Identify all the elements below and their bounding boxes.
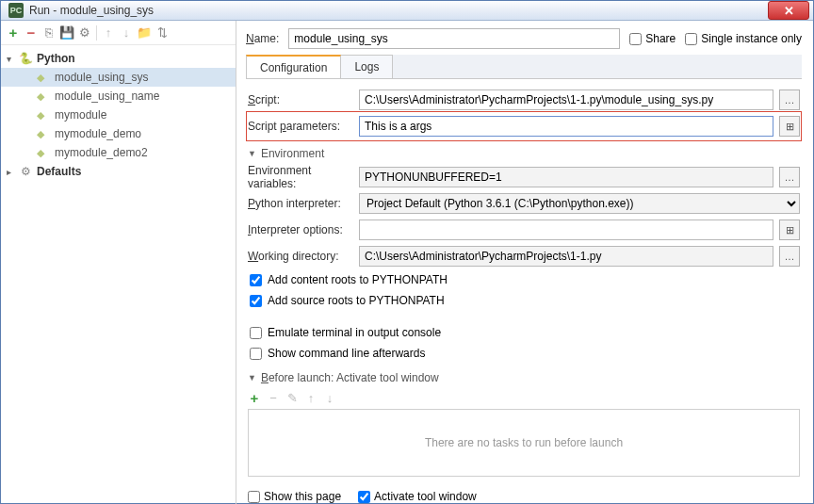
before-launch-toolbar: + − ✎ ↑ ↓ — [248, 388, 800, 407]
workdir-input[interactable] — [359, 246, 773, 267]
add-config-icon[interactable]: + — [7, 26, 20, 40]
sort-icon[interactable]: ⇅ — [155, 26, 169, 40]
tree-item-label: module_using_name — [55, 89, 159, 103]
tree-item-mymodule[interactable]: ◆ mymodule — [1, 106, 236, 124]
sidebar-toolbar: + − ⎘ 💾 ⚙ ↑ ↓ 📁 ⇅ — [1, 21, 236, 45]
tree-item-mymodule-demo2[interactable]: ◆ mymodule_demo2 — [1, 143, 236, 162]
add-content-roots-row[interactable]: Add content roots to PYTHONPATH — [248, 269, 800, 290]
copy-config-icon[interactable]: ⎘ — [42, 26, 56, 40]
activate-tool-window-label: Activate tool window — [374, 490, 477, 503]
tree-item-label: mymodule_demo — [55, 127, 141, 140]
env-vars-row: Environment variables: … — [248, 164, 800, 190]
move-up-icon[interactable]: ↑ — [102, 26, 115, 40]
python-file-icon: ◆ — [37, 109, 50, 121]
python-file-icon: ◆ — [37, 147, 50, 158]
environment-header[interactable]: ▼ Environment — [248, 147, 800, 160]
name-input[interactable] — [288, 28, 620, 49]
show-this-page-checkbox[interactable] — [248, 491, 260, 503]
python-file-icon: ◆ — [37, 72, 50, 83]
edit-env-vars-button[interactable]: … — [779, 167, 800, 187]
name-row: Name: Share Single instance only — [246, 26, 802, 51]
activate-tool-window-checkbox[interactable] — [358, 491, 370, 503]
add-task-icon[interactable]: + — [248, 391, 261, 404]
before-launch-header-label: Before launch: Activate tool window — [261, 371, 439, 384]
app-icon: PC — [8, 3, 24, 18]
expand-params-button[interactable]: ⊞ — [779, 116, 800, 137]
workdir-row: Working directory: … — [248, 243, 800, 269]
python-file-icon: ◆ — [37, 128, 50, 139]
chevron-down-icon: ▾ — [7, 54, 18, 64]
before-launch-section: ▼ Before launch: Activate tool window + … — [248, 371, 800, 504]
tasks-empty-text: There are no tasks to run before launch — [425, 436, 623, 449]
browse-script-button[interactable]: … — [779, 89, 800, 110]
edit-task-icon[interactable]: ✎ — [285, 391, 299, 404]
env-vars-input[interactable] — [359, 167, 773, 187]
share-checkbox[interactable] — [629, 33, 642, 45]
move-task-up-icon[interactable]: ↑ — [304, 391, 317, 404]
add-source-roots-label: Add source roots to PYTHONPATH — [268, 294, 445, 307]
titlebar: PC Run - module_using_sys ✕ — [1, 1, 813, 21]
interpreter-row: Python interpreter: Project Default (Pyt… — [248, 190, 800, 217]
tree-node-defaults[interactable]: ▸ ⚙ Defaults — [1, 162, 236, 181]
tree-item-mymodule-demo[interactable]: ◆ mymodule_demo — [1, 124, 236, 143]
script-params-input[interactable] — [359, 116, 773, 137]
tabs-bar: Configuration Logs — [246, 55, 802, 79]
move-down-icon[interactable]: ↓ — [120, 26, 133, 40]
script-input[interactable] — [359, 89, 773, 110]
right-pane: Name: Share Single instance only Configu… — [236, 21, 813, 504]
env-vars-label: Environment variables: — [248, 164, 353, 190]
add-source-roots-checkbox[interactable] — [250, 295, 262, 307]
interp-opts-row: Interpreter options: ⊞ — [248, 217, 800, 243]
chevron-right-icon: ▸ — [7, 167, 18, 177]
show-cmd-after-row[interactable]: Show command line afterwards — [248, 343, 800, 364]
add-content-roots-label: Add content roots to PYTHONPATH — [268, 273, 448, 286]
interpreter-select[interactable]: Project Default (Python 3.6.1 (C:\Python… — [359, 193, 800, 214]
show-row: Show this page Activate tool window — [248, 484, 800, 504]
folder-icon[interactable]: 📁 — [138, 26, 151, 40]
content: + − ⎘ 💾 ⚙ ↑ ↓ 📁 ⇅ ▾ 🐍 Python — [1, 21, 813, 504]
move-task-down-icon[interactable]: ↓ — [323, 391, 336, 404]
sidebar: + − ⎘ 💾 ⚙ ↑ ↓ 📁 ⇅ ▾ 🐍 Python — [1, 21, 236, 504]
tree-node-python[interactable]: ▾ 🐍 Python — [1, 49, 236, 68]
tab-configuration[interactable]: Configuration — [246, 55, 341, 78]
tree-item-module-using-name[interactable]: ◆ module_using_name — [1, 87, 236, 106]
add-source-roots-row[interactable]: Add source roots to PYTHONPATH — [248, 290, 800, 311]
script-label: Script: — [248, 93, 353, 106]
emulate-terminal-row[interactable]: Emulate terminal in output console — [248, 322, 800, 343]
tree-item-module-using-sys[interactable]: ◆ module_using_sys — [1, 68, 236, 87]
share-checkbox-wrap[interactable]: Share — [629, 32, 676, 45]
window-close-button[interactable]: ✕ — [768, 1, 809, 20]
share-label: Share — [645, 32, 676, 45]
show-cmd-after-label: Show command line afterwards — [268, 347, 425, 360]
gear-icon: ⚙ — [18, 165, 33, 178]
tree-item-label: module_using_sys — [55, 71, 148, 84]
environment-header-label: Environment — [261, 147, 324, 160]
remove-task-icon[interactable]: − — [267, 391, 280, 404]
browse-workdir-button[interactable]: … — [779, 246, 800, 267]
tree-item-label: mymodule_demo2 — [55, 146, 148, 159]
python-file-icon: ◆ — [37, 90, 50, 102]
name-label: Name: — [246, 32, 279, 45]
activate-tool-window-wrap[interactable]: Activate tool window — [358, 490, 477, 503]
emulate-terminal-checkbox[interactable] — [250, 327, 262, 339]
remove-config-icon[interactable]: − — [24, 26, 38, 40]
single-instance-wrap[interactable]: Single instance only — [685, 32, 802, 45]
expand-interp-opts-button[interactable]: ⊞ — [779, 219, 800, 240]
interp-opts-label: Interpreter options: — [248, 223, 353, 236]
single-instance-label: Single instance only — [701, 32, 802, 45]
show-this-page-wrap[interactable]: Show this page — [248, 490, 341, 503]
chevron-down-icon: ▼ — [248, 373, 256, 382]
settings-icon[interactable]: ⚙ — [78, 26, 91, 40]
show-cmd-after-checkbox[interactable] — [250, 348, 262, 360]
show-this-page-label: Show this page — [264, 490, 341, 503]
add-content-roots-checkbox[interactable] — [250, 274, 262, 286]
interp-opts-input[interactable] — [359, 219, 773, 240]
script-params-row: Script parameters: ⊞ — [248, 113, 800, 139]
chevron-down-icon: ▼ — [248, 149, 256, 158]
dialog-window: PC Run - module_using_sys ✕ + − ⎘ 💾 ⚙ ↑ … — [0, 0, 814, 504]
tree-label: Defaults — [37, 165, 81, 178]
save-config-icon[interactable]: 💾 — [60, 26, 73, 40]
single-instance-checkbox[interactable] — [685, 33, 697, 45]
tab-logs[interactable]: Logs — [340, 55, 393, 78]
before-launch-header[interactable]: ▼ Before launch: Activate tool window — [248, 371, 800, 384]
